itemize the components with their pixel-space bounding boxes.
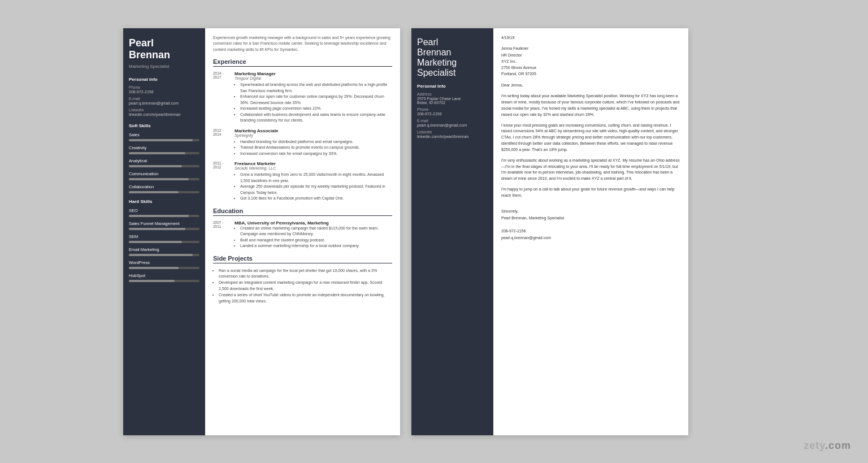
education-list: 2007 - 2011MBA, University of Pennsylvan… <box>213 220 392 249</box>
cover-paragraph: I know your most pressing goals are incr… <box>501 123 680 153</box>
cover-linkedin-value: linkedin.com/in/pearl/brennan <box>417 135 488 139</box>
edu-bullet: Built and managed the student geology po… <box>240 237 392 244</box>
cover-linkedin-label: LinkedIn <box>417 130 488 134</box>
experience-entry: 2012 - 2014Marketing AssociateSpiritegri… <box>213 128 392 157</box>
skill-bar-fill <box>129 267 179 269</box>
cover-body: I'm writing today about your available M… <box>501 93 680 199</box>
soft-skill-item: Sales <box>129 132 199 141</box>
exp-content: Freelance MarketerSecade Marketing, LLCG… <box>235 161 392 202</box>
resume-last-name: Brennan <box>129 49 170 60</box>
brand-name: zety <box>804 440 825 451</box>
cover-paragraph: I'm happy to jump on a call to talk abou… <box>501 187 680 199</box>
exp-content: Marketing AssociateSpiritegrityHandled b… <box>235 128 392 157</box>
skill-bar-fill <box>129 152 185 154</box>
exp-company: Spiritegrity <box>235 133 392 137</box>
edu-bullets: Created an online marketing campaign tha… <box>235 226 392 249</box>
skill-name: Communication <box>129 171 199 176</box>
exp-title: Marketing Associate <box>235 128 392 133</box>
brand-tld: .com <box>825 440 851 451</box>
cover-sign: Sincerely, Pearl Brennan, Marketing Spec… <box>501 208 680 241</box>
skill-bar-fill <box>129 178 189 180</box>
exp-dates: 2012 - 2014 <box>213 128 233 136</box>
cover-phone-label: Phone <box>417 107 488 111</box>
cover-recipient: Jenna Faulkner HR Director XYZ Inc. 2750… <box>501 45 680 77</box>
exp-bullet: Average 250 downloads per episode for my… <box>240 184 392 196</box>
soft-skill-item: Communication <box>129 171 199 180</box>
hard-skill-item: SEM <box>129 234 199 243</box>
skill-bar-fill <box>129 241 182 243</box>
side-projects-heading: Side Projects <box>213 255 392 263</box>
cover-dear: Dear Jenna, <box>501 83 680 89</box>
skill-bar-bg <box>129 228 199 230</box>
hard-skills-heading: Hard Skills <box>129 199 199 204</box>
cover-email-value: pearl.q.brennan@gmail.com <box>417 123 488 127</box>
experience-entry: 2011 - 2012Freelance MarketerSecade Mark… <box>213 161 392 202</box>
experience-heading: Experience <box>213 58 392 67</box>
skill-bar-bg <box>129 267 199 269</box>
cover-date: 4/19/19 <box>501 35 680 41</box>
edu-dates: 2007 - 2011 <box>213 220 233 228</box>
cover-first-name: Pearl <box>417 37 438 47</box>
cover-paragraph: I'm very enthusiastic about working as a… <box>501 158 680 182</box>
exp-bullet: Handled branding for distributed platfor… <box>240 139 392 145</box>
skill-name: Sales <box>129 132 199 137</box>
email-label: E-mail <box>129 97 199 101</box>
personal-info-heading: Personal Info <box>129 77 199 82</box>
soft-skill-item: Collaboration <box>129 184 199 193</box>
edu-bullet: Landed a summer marketing internship for… <box>240 243 392 249</box>
soft-skills-heading: Soft Skills <box>129 123 199 128</box>
experience-list: 2014 - 2017Marketing ManagerTenguor Digi… <box>213 71 392 202</box>
exp-bullets: Grew a marketing blog from zero to 25,00… <box>235 172 392 202</box>
exp-title: Freelance Marketer <box>235 161 392 166</box>
cover-address-label: Address <box>417 92 488 96</box>
cover-main: 4/19/19 Jenna Faulkner HR Director XYZ I… <box>493 28 688 435</box>
skill-name: Analytical <box>129 158 199 163</box>
edu-content: MBA, University of Pennsylvania, Marketi… <box>235 220 392 249</box>
exp-bullet: Collaborated with business development a… <box>240 112 392 124</box>
skill-name: SEM <box>129 234 199 239</box>
recipient-city: Portland, OR 97205 <box>501 71 680 77</box>
hard-skill-item: Email Marketing <box>129 247 199 256</box>
skill-bar-fill <box>129 228 185 230</box>
exp-dates: 2014 - 2017 <box>213 71 233 79</box>
cover-email-label: E-mail <box>417 119 488 123</box>
skill-name: SEO <box>129 208 199 213</box>
skill-bar-fill <box>129 280 175 282</box>
sincerely: Sincerely, <box>501 208 680 215</box>
hard-skill-item: SEO <box>129 208 199 217</box>
skill-name: HubSpot <box>129 273 199 278</box>
side-projects-list: Ran a social media ad campaign for the l… <box>213 268 392 305</box>
exp-company: Tenguor Digital <box>235 76 392 80</box>
linkedin-label: LinkedIn <box>129 108 199 112</box>
cover-paragraph: I'm writing today about your available M… <box>501 93 680 118</box>
soft-skills-list: SalesCreativityAnalyticalCommunicationCo… <box>129 132 199 193</box>
soft-skill-item: Creativity <box>129 145 199 154</box>
exp-bullet: Enhanced our open rate for customer onli… <box>240 94 392 106</box>
exp-bullet: Trained Brand Ambassadors to promote eve… <box>240 145 392 151</box>
resume-document: Pearl Brennan Marketing Specialist Perso… <box>123 28 400 435</box>
watermark: zety.com <box>804 440 851 452</box>
cover-title: Marketing Specialist <box>417 58 488 78</box>
skill-name: Sales Funnel Management <box>129 221 199 226</box>
exp-company: Secade Marketing, LLC <box>235 166 392 170</box>
sign-phone: 208-972-2158 <box>501 228 680 235</box>
email-value: pearl.q.brennan@gmail.com <box>129 101 199 105</box>
resume-name: Pearl Brennan <box>129 37 199 62</box>
skill-bar-fill <box>129 191 179 193</box>
resume-first-name: Pearl <box>129 37 154 49</box>
education-entry: 2007 - 2011MBA, University of Pennsylvan… <box>213 220 392 249</box>
skill-bar-bg <box>129 178 199 180</box>
exp-bullet: Spearheaded all branding across the web … <box>240 82 392 94</box>
side-project-item: Ran a social media ad campaign for the l… <box>219 268 392 280</box>
cover-last-name: Brennan <box>417 47 452 57</box>
exp-bullet: Got 3,100 likes for a Facebook promotion… <box>240 196 392 202</box>
hard-skill-item: WordPress <box>129 260 199 269</box>
soft-skill-item: Analytical <box>129 158 199 167</box>
exp-bullet: Grew a marketing blog from zero to 25,00… <box>240 172 392 184</box>
exp-content: Marketing ManagerTenguor DigitalSpearhea… <box>235 71 392 124</box>
skill-bar-fill <box>129 139 193 141</box>
resume-title: Marketing Specialist <box>129 64 199 69</box>
skill-bar-bg <box>129 191 199 193</box>
cover-phone-value: 208-972-2158 <box>417 112 488 116</box>
edu-bullet: Created an online marketing campaign tha… <box>240 226 392 237</box>
